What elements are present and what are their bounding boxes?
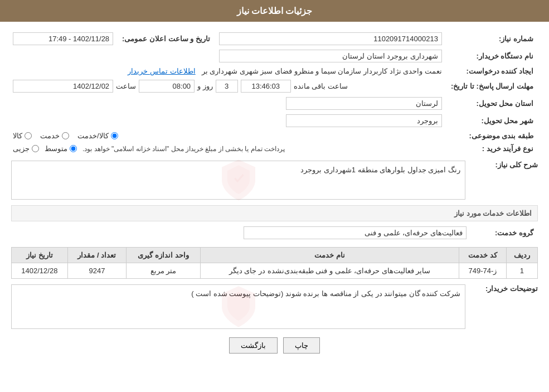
public-announce-label: تاریخ و ساعت اعلان عمومی: bbox=[118, 30, 215, 47]
province-input: لرستان bbox=[286, 97, 442, 110]
info-table: شماره نیاز: 1102091714000213 تاریخ و ساع… bbox=[8, 30, 538, 155]
col-unit: واحد اندازه گیری bbox=[127, 248, 201, 263]
service-group-row: گروه خدمت: فعالیت‌های حرفه‌ای، علمی و فن… bbox=[11, 224, 538, 241]
cell-unit: متر مربع bbox=[127, 263, 201, 279]
need-number-label: شماره نیاز: bbox=[446, 30, 538, 47]
creator-label: ایجاد کننده درخواست: bbox=[446, 65, 538, 78]
cell-service-name: سایر فعالیت‌های حرفه‌ای، علمی و فنی طبقه… bbox=[200, 263, 459, 279]
category-kala-option[interactable]: کالا bbox=[13, 132, 32, 140]
buyer-org-label: نام دستگاه خریدار: bbox=[446, 47, 538, 65]
print-button[interactable]: چاپ bbox=[283, 337, 320, 354]
province-label: استان محل تحویل: bbox=[446, 95, 538, 112]
deadline-row: مهلت ارسال پاسخ: تا تاریخ: 1402/12/02 سا… bbox=[8, 78, 538, 95]
category-kala-khedmat-option[interactable]: کالا/خدمت bbox=[77, 132, 118, 140]
general-desc-text: رنگ امیزی جداول بلوارهای منطقه 1شهرداری … bbox=[300, 166, 460, 174]
category-kala-khedmat-label: کالا/خدمت bbox=[77, 132, 109, 140]
purchase-type-jozii-radio[interactable] bbox=[32, 145, 39, 152]
need-number-value: 1102091714000213 bbox=[215, 30, 446, 47]
city-input: بروجرد bbox=[286, 114, 442, 127]
category-kala-radio[interactable] bbox=[25, 132, 32, 139]
buyer-notes-box: شرکت کننده گان میتوانند در یکی از مناقصه… bbox=[11, 284, 465, 329]
province-row: استان محل تحویل: لرستان bbox=[8, 95, 538, 112]
buyer-notes-shield-icon bbox=[216, 284, 261, 329]
buyer-notes-label: توضیحات خریدار: bbox=[471, 284, 538, 293]
services-section-title: اطلاعات خدمات مورد نیاز bbox=[11, 205, 538, 221]
creator-text: نعمت واحدی نژاد کاربردار سازمان سیما و م… bbox=[202, 67, 442, 75]
category-kala-khedmat-radio[interactable] bbox=[111, 132, 118, 139]
button-row: چاپ بازگشت bbox=[11, 337, 538, 354]
purchase-type-label: نوع فرآیند خرید : bbox=[446, 142, 538, 155]
col-quantity: تعداد / مقدار bbox=[67, 248, 126, 263]
time-input: 08:00 bbox=[139, 80, 195, 93]
cell-quantity: 9247 bbox=[67, 263, 126, 279]
purchase-type-row: نوع فرآیند خرید : جزیی متوسط پرداخت تمام… bbox=[8, 142, 538, 155]
province-value: لرستان bbox=[8, 95, 446, 112]
date-input: 1402/12/02 bbox=[13, 80, 113, 93]
purchase-type-motavasset-label: متوسط bbox=[45, 144, 67, 153]
buyer-org-input: شهرداری بروجرد استان لرستان bbox=[219, 50, 442, 62]
days-input: 3 bbox=[216, 80, 238, 93]
col-row-number: ردیف bbox=[506, 248, 537, 263]
purchase-type-desc: پرداخت تمام یا بخشی از مبلغ خریداز محل "… bbox=[82, 145, 285, 153]
contact-link[interactable]: اطلاعات تماس خریدار bbox=[128, 67, 195, 75]
col-service-name: نام خدمت bbox=[200, 248, 459, 263]
purchase-type-value: جزیی متوسط پرداخت تمام یا بخشی از مبلغ خ… bbox=[8, 142, 446, 155]
general-desc-section: شرح کلی نیاز: رنگ امیزی جداول بلوارهای م… bbox=[11, 161, 538, 200]
deadline-label: مهلت ارسال پاسخ: تا تاریخ: bbox=[446, 78, 538, 95]
buyer-notes-section: توضیحات خریدار: شرکت کننده گان میتوانند … bbox=[11, 284, 538, 329]
category-value: کالا خدمت کالا/خدمت bbox=[8, 129, 446, 142]
back-button[interactable]: بازگشت bbox=[229, 337, 278, 354]
buyer-org-value: شهرداری بروجرد استان لرستان bbox=[8, 47, 446, 65]
services-table-header: ردیف کد خدمت نام خدمت واحد اندازه گیری ت… bbox=[12, 248, 538, 263]
category-khedmat-radio[interactable] bbox=[62, 132, 69, 139]
category-kala-label: کالا bbox=[13, 132, 22, 140]
city-value: بروجرد bbox=[8, 112, 446, 129]
city-label: شهر محل تحویل: bbox=[446, 112, 538, 129]
category-khedmat-option[interactable]: خدمت bbox=[40, 132, 69, 140]
table-row: 1 ز-74-749 سایر فعالیت‌های حرفه‌ای، علمی… bbox=[12, 263, 538, 279]
creator-value: نعمت واحدی نژاد کاربردار سازمان سیما و م… bbox=[8, 65, 446, 78]
shield-watermark-icon bbox=[216, 158, 261, 202]
purchase-type-motavasset-radio[interactable] bbox=[70, 145, 77, 152]
cell-date: 1402/12/28 bbox=[12, 263, 68, 279]
col-service-code: کد خدمت bbox=[459, 248, 506, 263]
main-content: شماره نیاز: 1102091714000213 تاریخ و ساع… bbox=[0, 22, 549, 370]
category-khedmat-label: خدمت bbox=[40, 132, 60, 140]
buyer-org-row: نام دستگاه خریدار: شهرداری بروجرد استان … bbox=[8, 47, 538, 65]
creator-row: ایجاد کننده درخواست: نعمت واحدی نژاد کار… bbox=[8, 65, 538, 78]
page-header: جزئیات اطلاعات نیاز bbox=[0, 0, 549, 22]
cell-service-code: ز-74-749 bbox=[459, 263, 506, 279]
col-date: تاریخ نیاز bbox=[12, 248, 68, 263]
remaining-input: 13:46:03 bbox=[241, 80, 291, 93]
city-row: شهر محل تحویل: بروجرد bbox=[8, 112, 538, 129]
deadline-value: 1402/12/02 ساعت 08:00 روز و 3 13:46:03 س… bbox=[8, 78, 446, 95]
purchase-type-motavasset-option[interactable]: متوسط bbox=[45, 144, 77, 153]
general-desc-wrapper: رنگ امیزی جداول بلوارهای منطقه 1شهرداری … bbox=[11, 161, 465, 200]
public-announce-value: 1402/11/28 - 17:49 bbox=[8, 30, 118, 47]
general-desc-box: رنگ امیزی جداول بلوارهای منطقه 1شهرداری … bbox=[11, 161, 465, 200]
page-wrapper: جزئیات اطلاعات نیاز شماره نیاز: 11020917… bbox=[0, 0, 549, 392]
purchase-type-jozii-label: جزیی bbox=[13, 144, 30, 153]
service-group-label: گروه خدمت: bbox=[471, 224, 538, 241]
service-group-value: فعالیت‌های حرفه‌ای، علمی و فنی bbox=[11, 224, 471, 241]
cell-row-number: 1 bbox=[506, 263, 537, 279]
need-number-input: 1102091714000213 bbox=[219, 32, 442, 45]
services-table: ردیف کد خدمت نام خدمت واحد اندازه گیری ت… bbox=[11, 247, 538, 279]
page-title: جزئیات اطلاعات نیاز bbox=[237, 6, 313, 16]
public-announce-input: 1402/11/28 - 17:49 bbox=[13, 32, 113, 45]
category-label: طبقه بندی موضوعی: bbox=[446, 129, 538, 142]
buyer-notes-wrapper: شرکت کننده گان میتوانند در یکی از مناقصه… bbox=[11, 284, 465, 329]
remaining-label: ساعت باقی مانده bbox=[294, 82, 348, 90]
days-label: روز و bbox=[197, 82, 213, 90]
general-desc-label: شرح کلی نیاز: bbox=[471, 161, 538, 169]
need-number-row: شماره نیاز: 1102091714000213 تاریخ و ساع… bbox=[8, 30, 538, 47]
service-group-table: گروه خدمت: فعالیت‌های حرفه‌ای، علمی و فن… bbox=[11, 224, 538, 241]
time-label: ساعت bbox=[116, 82, 136, 90]
purchase-type-jozii-option[interactable]: جزیی bbox=[13, 144, 39, 153]
category-row: طبقه بندی موضوعی: کالا خدمت bbox=[8, 129, 538, 142]
service-group-input: فعالیت‌های حرفه‌ای، علمی و فنی bbox=[244, 226, 467, 239]
